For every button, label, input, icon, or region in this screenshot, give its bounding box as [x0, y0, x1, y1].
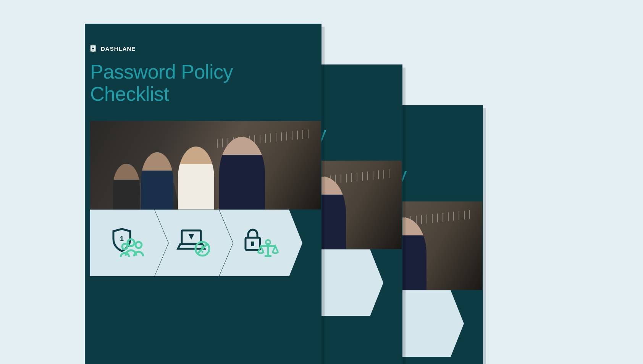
svg-point-28 [266, 240, 270, 245]
title-line-1: Password Policy [90, 61, 233, 83]
svg-point-17 [122, 244, 128, 249]
title-line-2: Checklist [90, 83, 169, 105]
document-stack: DASHLANE Password Policy cy [0, 0, 643, 364]
svg-rect-13 [94, 45, 96, 52]
svg-rect-11 [92, 45, 94, 48]
person-silhouette [113, 164, 140, 209]
svg-rect-25 [251, 242, 254, 246]
shield-users-icon: 1 [110, 224, 149, 262]
chevron-step-1: 1 [90, 209, 168, 276]
brand-header: DASHLANE [90, 45, 316, 52]
document-title: Password Policy Checklist [90, 61, 316, 105]
svg-point-23 [201, 251, 203, 253]
person-silhouette [178, 147, 214, 209]
brand-name: DASHLANE [101, 45, 136, 52]
chevron-end-cap [307, 209, 321, 276]
svg-rect-12 [92, 49, 94, 52]
hero-image [90, 121, 321, 209]
svg-point-16 [136, 242, 142, 248]
dashlane-logo-icon [90, 45, 98, 52]
lock-scales-icon [242, 224, 280, 262]
chevron-row: 1 [90, 209, 321, 276]
svg-marker-19 [189, 234, 194, 240]
svg-rect-10 [90, 45, 92, 52]
laptop-blocked-icon [175, 224, 213, 262]
svg-text:1: 1 [120, 235, 123, 243]
person-silhouette [219, 137, 265, 209]
document-card-front: DASHLANE Password Policy Checklist [85, 24, 322, 364]
person-silhouette [141, 152, 173, 209]
